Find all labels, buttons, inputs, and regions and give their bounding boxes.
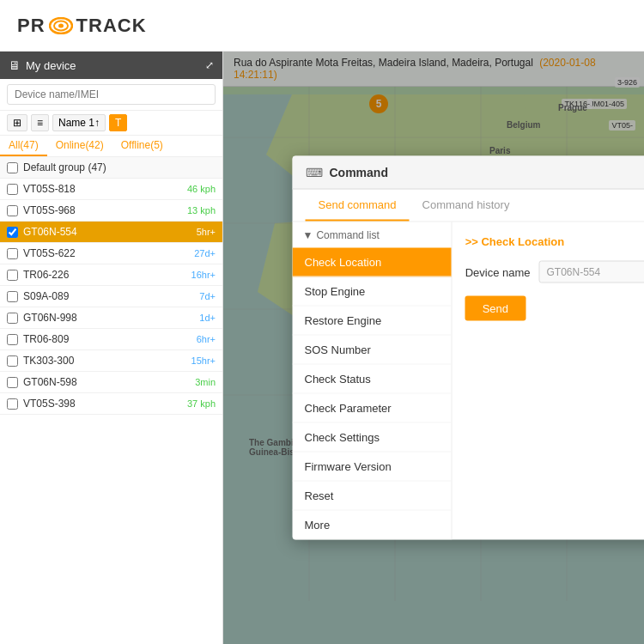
selected-command-label: >> Check Location	[465, 235, 644, 248]
device-item-name: GT06N-998	[23, 312, 199, 324]
logo-text-pre: PR	[17, 15, 46, 37]
filter-button[interactable]: T	[109, 114, 127, 131]
device-checkbox[interactable]	[7, 205, 18, 216]
modal-title: Command	[330, 166, 388, 179]
device-item-name: VT05S-818	[23, 183, 187, 195]
device-status: 13 kph	[187, 205, 216, 216]
device-status: 37 kph	[187, 398, 216, 409]
device-checkbox[interactable]	[7, 355, 18, 367]
logo-text-post: TRACK	[76, 15, 147, 37]
tab-online[interactable]: Online(42)	[47, 136, 112, 156]
command-list-item[interactable]: Firmware Version	[293, 453, 452, 482]
device-name-input[interactable]	[539, 261, 645, 283]
device-item-name: VT05S-968	[23, 204, 187, 216]
device-item-name: VT05S-622	[23, 247, 194, 259]
logo-icon	[49, 17, 73, 34]
modal-header: ⌨ Command ×	[293, 156, 645, 190]
list-item[interactable]: VT05S-622 27d+	[0, 243, 222, 264]
list-item[interactable]: S09A-089 7d+	[0, 286, 222, 307]
sidebar-search	[0, 79, 222, 111]
device-item-name: GT06N-554	[23, 226, 197, 238]
sidebar-header: 🖥 My device ⤢	[0, 52, 222, 79]
grid-view-button[interactable]: ⊞	[7, 114, 27, 131]
command-section-header: ▼ Command list	[293, 222, 452, 248]
device-status: 6hr+	[197, 334, 216, 344]
list-item[interactable]: TR06-809 6hr+	[0, 329, 222, 350]
device-checkbox[interactable]	[7, 270, 18, 281]
device-list: Default group (47) VT05S-818 46 kph VT05…	[0, 157, 222, 644]
map-area: Rua do Aspirante Mota Freitas, Madeira I…	[223, 52, 644, 644]
sidebar: 🖥 My device ⤢ ⊞ ≡ Name 1↑ T All(47) Onli…	[0, 52, 223, 644]
device-item-name: TR06-809	[23, 333, 197, 345]
command-list-item[interactable]: Check Status	[293, 365, 452, 394]
modal-header-left: ⌨ Command	[306, 166, 388, 179]
list-item[interactable]: GT06N-598 3min	[0, 372, 222, 393]
device-checkbox[interactable]	[7, 334, 18, 345]
device-item-name: VT05S-398	[23, 398, 187, 410]
main-layout: 🖥 My device ⤢ ⊞ ≡ Name 1↑ T All(47) Onli…	[0, 52, 644, 644]
device-checkbox[interactable]	[7, 313, 18, 324]
list-item[interactable]: GT06N-998 1d+	[0, 307, 222, 329]
list-item[interactable]: GT06N-554 5hr+	[0, 222, 222, 243]
tab-command-history[interactable]: Command history	[410, 190, 523, 222]
device-status: 16hr+	[191, 270, 216, 280]
device-checkbox[interactable]	[7, 248, 18, 259]
group-checkbox[interactable]	[7, 162, 18, 173]
sidebar-title: My device	[26, 59, 76, 72]
list-item[interactable]: VT05S-398 37 kph	[0, 393, 222, 415]
command-sidebar: ▼ Command list Check LocationStop Engine…	[293, 222, 453, 540]
command-list-item[interactable]: Stop Engine	[293, 277, 452, 307]
device-status: 7d+	[199, 291, 216, 301]
list-item[interactable]: TK303-300 15hr+	[0, 350, 222, 372]
device-name-row: Device name	[465, 261, 644, 283]
list-item[interactable]: TR06-226 16hr+	[0, 264, 222, 286]
command-list-item[interactable]: More	[293, 511, 452, 540]
device-checkbox[interactable]	[7, 184, 18, 195]
sidebar-toolbar: ⊞ ≡ Name 1↑ T	[0, 111, 222, 136]
device-tabs: All(47) Online(42) Offline(5)	[0, 136, 222, 157]
command-list-item[interactable]: Check Parameter	[293, 394, 452, 423]
modal-body: ▼ Command list Check LocationStop Engine…	[293, 222, 645, 540]
sort-button[interactable]: Name 1↑	[52, 114, 106, 131]
command-list-item[interactable]: Restore Engine	[293, 307, 452, 336]
device-item-name: S09A-089	[23, 290, 199, 302]
list-view-button[interactable]: ≡	[31, 114, 49, 131]
device-name-label: Device name	[465, 265, 531, 278]
group-label: Default group (47)	[23, 161, 106, 173]
command-modal: ⌨ Command × Send command Command history…	[293, 156, 645, 540]
sidebar-header-left: 🖥 My device	[9, 58, 76, 72]
command-list-item[interactable]: Check Settings	[293, 423, 452, 453]
list-item[interactable]: VT05S-968 13 kph	[0, 200, 222, 222]
device-checkbox[interactable]	[7, 291, 18, 302]
monitor-icon: 🖥	[9, 58, 21, 72]
tab-send-command[interactable]: Send command	[306, 190, 410, 222]
device-status: 1d+	[199, 313, 216, 323]
command-list-label: Command list	[316, 229, 379, 241]
command-list-item[interactable]: Reset	[293, 482, 452, 511]
group-header: Default group (47)	[0, 157, 222, 179]
command-list-item[interactable]: Check Location	[293, 248, 452, 277]
command-icon: ⌨	[306, 166, 323, 179]
device-status: 15hr+	[191, 355, 216, 366]
device-checkbox[interactable]	[7, 377, 18, 388]
header: PR TRACK	[0, 0, 644, 52]
logo: PR TRACK	[17, 15, 147, 37]
device-item-name: TR06-226	[23, 269, 191, 281]
device-status: 27d+	[194, 248, 216, 258]
device-item-name: TK303-300	[23, 355, 191, 367]
tab-offline[interactable]: Offline(5)	[112, 136, 172, 156]
collapse-icon[interactable]: ▼	[303, 229, 313, 241]
list-item[interactable]: VT05S-818 46 kph	[0, 179, 222, 200]
search-input[interactable]	[7, 84, 216, 105]
device-status: 5hr+	[197, 227, 216, 237]
command-content: >> Check Location Device name Send	[453, 222, 644, 540]
svg-point-2	[58, 23, 64, 27]
tab-all[interactable]: All(47)	[0, 136, 47, 156]
device-checkbox[interactable]	[7, 398, 18, 410]
expand-icon[interactable]: ⤢	[205, 59, 214, 71]
send-button[interactable]: Send	[465, 296, 526, 321]
command-list-item[interactable]: SOS Number	[293, 336, 452, 365]
device-status: 46 kph	[187, 184, 216, 194]
modal-tabs: Send command Command history	[293, 190, 645, 222]
device-checkbox[interactable]	[7, 227, 18, 238]
